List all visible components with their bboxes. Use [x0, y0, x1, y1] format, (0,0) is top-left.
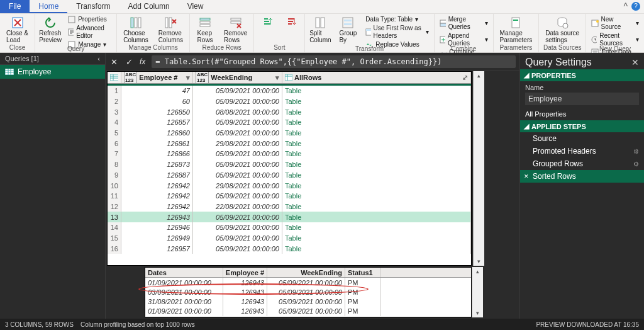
cell-allrows[interactable]: Table [282, 243, 471, 254]
cell-employee[interactable]: 60 [121, 96, 193, 107]
cell-allrows[interactable]: Table [282, 149, 471, 159]
cell-allrows[interactable]: Table [282, 117, 471, 128]
cell-status[interactable]: PM [345, 287, 380, 297]
table-row[interactable]: 1412694605/09/2021 00:00:00Table [108, 222, 471, 233]
cell-employee[interactable]: 126957 [121, 243, 193, 254]
table-row[interactable]: 412685705/09/2021 00:00:00Table [108, 117, 471, 128]
cell-employee[interactable]: 126949 [121, 233, 193, 244]
cell-status[interactable]: PM [345, 278, 380, 287]
cell-weekending[interactable]: 05/09/2021 00:00:00 [267, 307, 345, 316]
choose-columns-button[interactable]: Choose Columns [119, 15, 152, 44]
view-tab[interactable]: View [179, 0, 213, 13]
table-row[interactable]: 26005/09/2021 00:00:00Table [108, 96, 471, 107]
table-row[interactable]: 312685008/08/2021 00:00:00Table [108, 106, 471, 117]
cell-weekending[interactable]: 05/09/2021 00:00:00 [193, 128, 282, 139]
table-row[interactable]: 1112694205/09/2021 00:00:00Table [108, 191, 471, 202]
cell-weekending[interactable]: 29/08/2021 00:00:00 [193, 138, 282, 149]
cell-weekending[interactable]: 05/09/2021 00:00:00 [193, 149, 282, 159]
detail-column-dates[interactable]: Dates [145, 268, 223, 277]
split-column-button[interactable]: Split Column [308, 15, 333, 44]
close-load-button[interactable]: Close & Load [3, 15, 32, 44]
cell-allrows[interactable]: Table [282, 138, 471, 149]
table-row[interactable]: 612686129/08/2021 00:00:00Table [108, 138, 471, 149]
cell-weekending[interactable]: 05/09/2021 00:00:00 [193, 117, 282, 128]
cell-weekending[interactable]: 05/09/2021 00:00:00 [193, 170, 282, 181]
step-sorted-rows[interactable]: Sorted Rows [520, 170, 644, 183]
cell-employee[interactable]: 126942 [121, 180, 193, 191]
cell-allrows[interactable]: Table [282, 222, 471, 233]
properties-button[interactable]: Properties [65, 15, 114, 24]
cell-weekending[interactable]: 05/09/2021 00:00:00 [267, 278, 345, 287]
cell-employee[interactable]: 126943 [223, 287, 267, 297]
cell-allrows[interactable]: Table [282, 170, 471, 181]
step-source[interactable]: Source [520, 132, 644, 145]
cell-employee[interactable]: 126943 [223, 307, 267, 316]
cell-weekending[interactable]: 05/09/2021 00:00:00 [193, 96, 282, 107]
all-properties-link[interactable]: All Properties [520, 108, 644, 120]
data-type-button[interactable]: Data Type: Table ▾ [363, 15, 431, 24]
cell-allrows[interactable]: Table [282, 212, 471, 222]
cell-allrows[interactable]: Table [282, 202, 471, 212]
cell-allrows[interactable]: Table [282, 86, 471, 96]
detail-grid-scrollbar[interactable]: ▴▾ [472, 267, 483, 317]
merge-queries-button[interactable]: Merge Queries ▾ [437, 15, 491, 31]
gear-icon[interactable]: ⚙ [633, 148, 639, 155]
gear-icon[interactable]: ⚙ [633, 161, 639, 168]
cell-weekending[interactable]: 08/08/2021 00:00:00 [193, 106, 282, 117]
cell-employee[interactable]: 126942 [121, 191, 193, 202]
cell-employee[interactable]: 126943 [223, 297, 267, 307]
cell-employee[interactable]: 126873 [121, 159, 193, 170]
cell-employee[interactable]: 126850 [121, 106, 193, 117]
table-row[interactable]: 912688705/09/2021 00:00:00Table [108, 170, 471, 181]
table-row[interactable]: 01/09/2021 00:00:0012694305/09/2021 00:0… [145, 307, 471, 316]
cell-weekending[interactable]: 29/08/2021 00:00:00 [193, 180, 282, 191]
cell-weekending[interactable]: 05/09/2021 00:00:00 [193, 159, 282, 170]
table-row[interactable]: 31/08/2021 00:00:0012694305/09/2021 00:0… [145, 297, 471, 307]
cell-weekending[interactable]: 05/09/2021 00:00:00 [193, 233, 282, 244]
cell-employee[interactable]: 126887 [121, 170, 193, 181]
cancel-formula-icon[interactable]: ✕ [109, 57, 118, 67]
cell-weekending[interactable]: 22/08/2021 00:00:00 [193, 202, 282, 212]
table-row[interactable]: 1212694222/08/2021 00:00:00Table [108, 202, 471, 212]
group-by-button[interactable]: Group By [335, 15, 360, 44]
cell-allrows[interactable]: Table [282, 180, 471, 191]
cell-employee[interactable]: 126942 [121, 202, 193, 212]
collapse-icon[interactable]: ‹ [97, 55, 100, 62]
cell-weekending[interactable]: 05/09/2021 00:00:00 [193, 212, 282, 222]
cell-employee[interactable]: 126946 [121, 222, 193, 233]
cell-allrows[interactable]: Table [282, 159, 471, 170]
cell-employee[interactable]: 126943 [121, 212, 193, 222]
step-grouped-rows[interactable]: Grouped Rows⚙ [520, 157, 644, 170]
cell-allrows[interactable]: Table [282, 191, 471, 202]
keep-rows-button[interactable]: Keep Rows [192, 15, 218, 44]
cell-employee[interactable]: 47 [121, 86, 193, 96]
close-icon[interactable]: ✕ [631, 57, 639, 67]
expand-icon[interactable]: ⤢ [462, 74, 468, 82]
first-row-headers-button[interactable]: Use First Row as Headers ▾ [363, 24, 431, 40]
query-name-input[interactable] [525, 93, 639, 105]
column-allrows[interactable]: AllRows⤢ [282, 72, 471, 83]
add-column-tab[interactable]: Add Column [119, 0, 179, 13]
table-row[interactable]: 712686605/09/2021 00:00:00Table [108, 149, 471, 159]
detail-column-employee[interactable]: Employee # [223, 268, 267, 277]
table-row[interactable]: 03/09/2021 00:00:0012694305/09/2021 00:0… [145, 287, 471, 297]
detail-column-weekending[interactable]: WeekEnding [267, 268, 345, 277]
sort-desc-button[interactable] [280, 15, 302, 31]
table-row[interactable]: 1012694229/08/2021 00:00:00Table [108, 180, 471, 191]
cell-status[interactable]: PM [345, 297, 380, 307]
cell-weekending[interactable]: 05/09/2021 00:00:00 [267, 287, 345, 297]
cell-dates[interactable]: 01/09/2021 00:00:00 [145, 278, 223, 287]
column-weekending[interactable]: ABC123WeekEnding▾ [193, 72, 282, 83]
cell-allrows[interactable]: Table [282, 106, 471, 117]
column-employee[interactable]: ABC123Employee #▾ [121, 72, 193, 83]
table-icon-header[interactable] [108, 72, 121, 83]
cell-employee[interactable]: 126860 [121, 128, 193, 139]
refresh-preview-button[interactable]: Refresh Preview [38, 15, 63, 44]
detail-column-status[interactable]: Status1 [345, 268, 380, 277]
accept-formula-icon[interactable]: ✓ [125, 57, 133, 67]
sort-asc-button[interactable] [257, 15, 278, 31]
table-row[interactable]: 812687305/09/2021 00:00:00Table [108, 159, 471, 170]
cell-dates[interactable]: 31/08/2021 00:00:00 [145, 297, 223, 307]
table-row[interactable]: 14705/09/2021 00:00:00Table [108, 86, 471, 96]
table-row[interactable]: 1312694305/09/2021 00:00:00Table [108, 212, 471, 222]
